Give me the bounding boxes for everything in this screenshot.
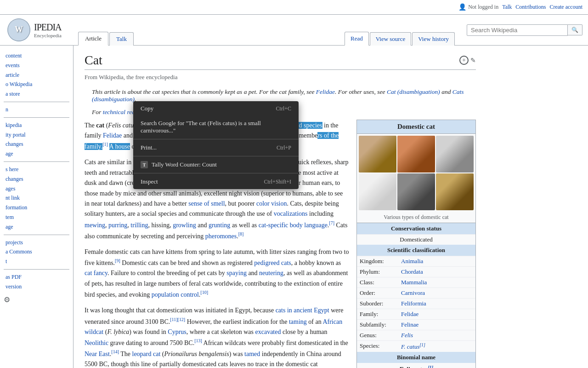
context-menu: Copy Ctrl+C Search Google for "The cat (… xyxy=(133,101,299,189)
context-menu-search-google[interactable]: Search Google for "The cat (Felis catus)… xyxy=(133,116,299,138)
print-label: Print... xyxy=(141,144,157,151)
copy-label: Copy xyxy=(141,105,153,112)
context-menu-separator-3 xyxy=(133,173,299,173)
context-menu-copy[interactable]: Copy Ctrl+C xyxy=(133,101,299,116)
context-menu-separator-2 xyxy=(133,156,299,156)
context-menu-separator-1 xyxy=(133,139,299,139)
context-menu-print[interactable]: Print... Ctrl+P xyxy=(133,140,299,155)
print-shortcut: Ctrl+P xyxy=(277,144,291,151)
tally-icon: T xyxy=(141,161,148,168)
inspect-shortcut: Ctrl+Shift+I xyxy=(264,178,291,185)
inspect-label: Inspect xyxy=(141,178,158,185)
tally-label: Tally Word Counter: Count xyxy=(152,161,217,168)
context-menu-tally[interactable]: T Tally Word Counter: Count xyxy=(133,157,299,172)
copy-shortcut: Ctrl+C xyxy=(276,105,291,112)
context-menu-inspect[interactable]: Inspect Ctrl+Shift+I xyxy=(133,174,299,189)
search-google-label: Search Google for "The cat (Felis catus)… xyxy=(141,120,291,134)
